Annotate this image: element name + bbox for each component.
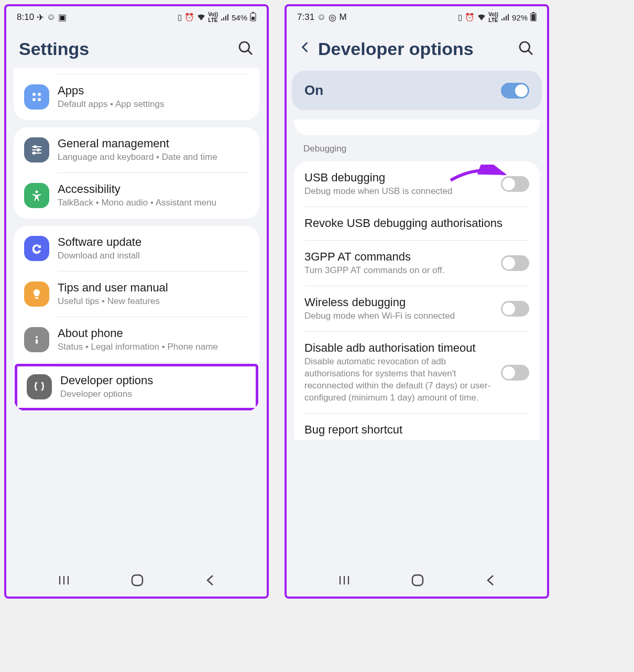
developer-options-screen: 7:31 ☺ ◎ M ▯ ⏰ Vo))LTE 92% Developer opt… [285, 4, 549, 599]
master-toggle[interactable] [501, 83, 529, 99]
back-icon[interactable] [299, 40, 311, 58]
home-button[interactable] [411, 573, 424, 589]
recents-button[interactable] [338, 574, 351, 589]
svg-point-6 [38, 93, 41, 96]
settings-screen: 8:10 ✈ ☺ ▣ ▯ ⏰ Vo))LTE 54% Settings [4, 4, 269, 599]
wireless-debugging-toggle[interactable] [501, 301, 529, 317]
back-button[interactable] [205, 574, 215, 589]
svg-point-10 [34, 146, 36, 148]
list-item-developer[interactable]: Developer options Developer options [17, 366, 256, 408]
item-title: Software update [58, 235, 249, 249]
list-item-software-update[interactable]: Software update Download and install [14, 226, 259, 272]
settings-group: Apps Default apps • App settings [14, 68, 259, 120]
master-toggle-label: On [304, 82, 323, 99]
item-subtitle: Disable automatic revocation of adb auth… [304, 356, 493, 404]
back-button[interactable] [485, 574, 496, 589]
list-item-adb-timeout[interactable]: Disable adb authorisation timeout Disabl… [294, 332, 540, 414]
apps-icon [24, 84, 49, 110]
svg-point-25 [520, 42, 530, 52]
adb-timeout-toggle[interactable] [501, 365, 529, 381]
settings-group: Software update Download and install Tip… [14, 226, 259, 411]
wifi-icon [197, 13, 205, 22]
signal-icon [501, 13, 509, 22]
battery-percent: 54% [232, 13, 247, 22]
svg-point-15 [36, 191, 38, 193]
refresh-icon [24, 236, 49, 261]
arrow-annotation [446, 165, 509, 188]
list-item-accessibility[interactable]: Accessibility TalkBack • Mono audio • As… [14, 173, 259, 219]
item-title: 3GPP AT commands [304, 250, 493, 264]
highlight-annotation: Developer options Developer options [15, 364, 258, 410]
list-item-about[interactable]: About phone Status • Legal information •… [14, 317, 259, 363]
svg-rect-24 [532, 14, 535, 20]
item-title: Revoke USB debugging authorisations [304, 216, 529, 230]
battery-icon [250, 12, 256, 23]
item-subtitle: Debug mode when Wi-Fi is connected [304, 310, 493, 322]
nav-bar [6, 564, 267, 597]
content-scroll[interactable]: Debugging USB debugging Debug mode when … [287, 120, 547, 564]
status-time: 7:31 [297, 12, 314, 23]
list-item-usb-debugging[interactable]: USB debugging Debug mode when USB is con… [294, 161, 540, 207]
list-item-tips[interactable]: Tips and user manual Useful tips • New f… [14, 272, 259, 317]
photos-icon: ▣ [58, 12, 67, 23]
whatsapp-icon: ☺ [47, 12, 56, 23]
svg-rect-2 [252, 17, 255, 20]
section-label-debugging: Debugging [292, 138, 542, 157]
status-time: 8:10 [17, 12, 34, 23]
search-icon[interactable] [518, 40, 534, 59]
debugging-group: USB debugging Debug mode when USB is con… [294, 161, 540, 440]
svg-line-26 [528, 50, 532, 55]
master-toggle-row[interactable]: On [292, 71, 542, 110]
bulb-icon [24, 281, 49, 307]
content-scroll[interactable]: Apps Default apps • App settings General… [6, 68, 267, 564]
svg-point-3 [239, 42, 249, 52]
vibrate-icon: ▯ [458, 13, 462, 22]
item-title: Wireless debugging [304, 296, 493, 309]
3gpp-toggle[interactable] [501, 255, 529, 271]
home-button[interactable] [130, 573, 144, 589]
list-item-apps[interactable]: Apps Default apps • App settings [14, 74, 259, 120]
header: Settings [6, 26, 267, 68]
svg-rect-17 [36, 339, 38, 344]
list-item-general[interactable]: General management Language and keyboard… [14, 127, 259, 173]
vibrate-icon: ▯ [178, 13, 182, 22]
status-bar: 8:10 ✈ ☺ ▣ ▯ ⏰ Vo))LTE 54% [6, 6, 267, 26]
item-title: Developer options [60, 374, 246, 387]
whatsapp-icon: ☺ [317, 12, 326, 23]
page-title: Developer options [318, 39, 510, 59]
item-subtitle: Turn 3GPP AT commands on or off. [304, 265, 493, 277]
list-item-wireless-debugging[interactable]: Wireless debugging Debug mode when Wi-Fi… [294, 286, 540, 332]
battery-percent: 92% [512, 13, 528, 22]
item-subtitle: Developer options [60, 388, 246, 400]
item-title: Accessibility [58, 182, 249, 196]
status-bar: 7:31 ☺ ◎ M ▯ ⏰ Vo))LTE 92% [287, 6, 547, 26]
svg-point-7 [32, 98, 36, 101]
alarm-icon: ⏰ [465, 13, 475, 22]
list-item-revoke[interactable]: Revoke USB debugging authorisations [294, 207, 540, 241]
item-subtitle: Download and install [58, 250, 249, 262]
svg-rect-21 [132, 575, 143, 586]
recents-button[interactable] [58, 574, 70, 589]
settings-group: General management Language and keyboard… [14, 127, 259, 219]
svg-point-14 [33, 152, 35, 154]
search-icon[interactable] [237, 40, 254, 59]
signal-icon [221, 13, 229, 22]
item-title: Tips and user manual [58, 281, 249, 295]
volte-icon: Vo))LTE [488, 12, 498, 23]
list-item-bug-report[interactable]: Bug report shortcut [294, 414, 540, 440]
svg-point-12 [37, 149, 39, 151]
telegram-icon: ✈ [37, 12, 44, 23]
battery-icon [530, 12, 537, 23]
braces-icon [27, 374, 52, 399]
list-item-3gpp[interactable]: 3GPP AT commands Turn 3GPP AT commands o… [294, 241, 540, 286]
item-subtitle: Status • Legal information • Phone name [58, 341, 249, 353]
svg-line-4 [248, 50, 252, 55]
item-title: Disable adb authorisation timeout [304, 341, 493, 355]
page-title: Settings [19, 39, 230, 59]
sliders-icon [24, 137, 49, 162]
item-subtitle: Default apps • App settings [58, 99, 249, 111]
svg-point-8 [38, 98, 41, 101]
item-title: About phone [58, 327, 249, 340]
item-subtitle: Useful tips • New features [58, 296, 249, 308]
item-title: Apps [58, 84, 249, 97]
